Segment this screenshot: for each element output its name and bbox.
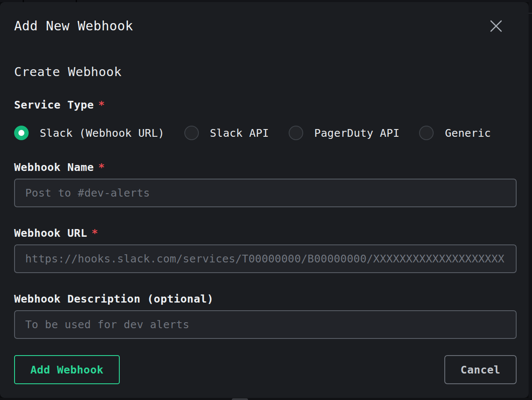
radio-button-icon[interactable] — [184, 126, 199, 140]
webhook-url-label: Webhook URL* — [14, 226, 517, 240]
required-asterisk: * — [92, 227, 98, 239]
radio-button-icon[interactable] — [419, 126, 434, 140]
webhook-name-input[interactable] — [14, 179, 517, 207]
radio-option-slack-api[interactable]: Slack API — [184, 126, 269, 140]
close-button[interactable] — [489, 19, 503, 33]
webhook-name-field-group: Webhook Name* — [14, 161, 517, 207]
required-asterisk: * — [98, 161, 105, 174]
webhook-description-label: Webhook Description (optional) — [14, 292, 517, 306]
webhook-description-input[interactable] — [14, 310, 517, 339]
service-type-label: Service Type* — [14, 98, 517, 112]
create-webhook-heading: Create Webhook — [14, 64, 517, 79]
webhook-name-label: Webhook Name* — [14, 161, 517, 174]
webhook-description-field-group: Webhook Description (optional) — [14, 292, 517, 339]
modal-title: Add New Webhook — [14, 18, 133, 34]
close-icon — [490, 20, 502, 32]
webhook-url-input[interactable] — [14, 244, 517, 273]
radio-label: Slack API — [210, 127, 269, 139]
service-type-radio-group: Slack (Webhook URL) Slack API PagerDuty … — [14, 126, 517, 140]
radio-option-pagerduty-api[interactable]: PagerDuty API — [289, 126, 400, 140]
page-behind-modal-bottom — [0, 398, 532, 400]
modal-header: Add New Webhook — [14, 18, 517, 34]
webhook-url-field-group: Webhook URL* — [14, 226, 517, 273]
radio-label: PagerDuty API — [314, 127, 400, 139]
add-webhook-button[interactable]: Add Webhook — [14, 355, 120, 384]
radio-button-icon[interactable] — [14, 126, 29, 140]
backdrop-divider — [529, 13, 532, 14]
radio-option-generic[interactable]: Generic — [419, 126, 491, 140]
radio-selected-dot — [18, 130, 24, 136]
radio-label: Slack (Webhook URL) — [40, 127, 165, 139]
radio-option-slack-webhook-url[interactable]: Slack (Webhook URL) — [14, 126, 165, 140]
radio-label: Generic — [445, 127, 491, 139]
radio-button-icon[interactable] — [289, 126, 303, 140]
required-asterisk: * — [98, 99, 105, 111]
page-behind-modal-right — [529, 0, 532, 400]
modal-footer: Add Webhook Cancel — [14, 355, 517, 384]
page-behind-modal-element — [232, 398, 248, 400]
add-webhook-modal: Add New Webhook Create Webhook Service T… — [0, 2, 529, 398]
cancel-button[interactable]: Cancel — [444, 355, 517, 384]
